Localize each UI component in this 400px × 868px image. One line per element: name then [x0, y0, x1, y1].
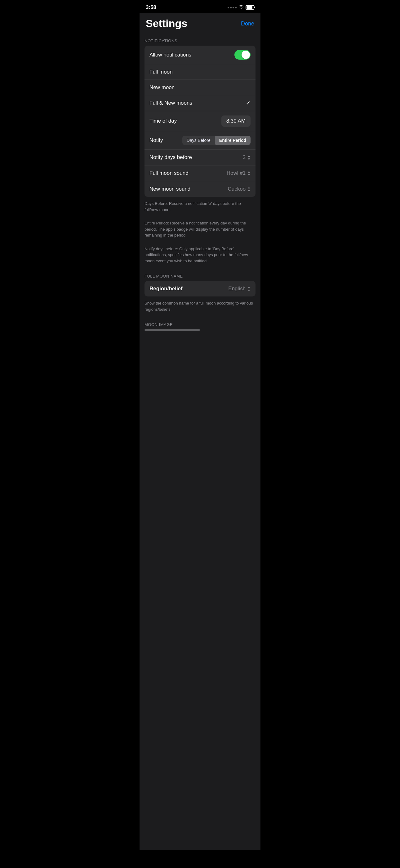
region-belief-selector[interactable]: English ▲ ▼ [228, 285, 251, 292]
new-moon-sound-value: Cuckoo [228, 186, 245, 192]
new-moon-row[interactable]: New moon [144, 80, 256, 95]
full-new-moons-row[interactable]: Full & New moons ✓ [144, 95, 256, 111]
new-moon-sound-label: New moon sound [149, 186, 190, 192]
stepper-arrows: ▲ ▼ [247, 154, 251, 161]
cuckoo-arrows: ▲ ▼ [247, 186, 251, 192]
region-belief-value: English [228, 286, 245, 292]
days-before-option[interactable]: Days Before [182, 136, 215, 145]
allow-notifications-row: Allow notifications [144, 45, 256, 64]
region-description: Show the common name for a full moon acc… [139, 297, 261, 316]
status-time: 3:58 [146, 4, 156, 10]
stepper-up-arrow: ▲ [247, 154, 251, 157]
full-moon-name-section-label: FULL MOON NAME [139, 268, 261, 281]
done-button[interactable]: Done [241, 21, 254, 27]
toggle-knob [241, 51, 250, 59]
full-moon-label: Full moon [149, 69, 173, 75]
full-moon-sound-selector[interactable]: Howl #1 ▲ ▼ [227, 170, 251, 177]
sound-down-arrow: ▼ [247, 173, 251, 177]
full-moon-name-group: Region/belief English ▲ ▼ [144, 281, 256, 297]
entire-period-option[interactable]: Entire Period [215, 136, 251, 145]
settings-content: Settings Done NOTIFICATIONS Allow notifi… [139, 13, 261, 850]
moon-image-section: MOON IMAGE [139, 316, 261, 331]
region-up-arrow: ▲ [247, 285, 251, 289]
entire-period-description: Entire Period: Receive a notification ev… [139, 216, 261, 242]
notify-days-stepper[interactable]: 2 ▲ ▼ [243, 154, 251, 161]
new-moon-sound-row[interactable]: New moon sound Cuckoo ▲ ▼ [144, 181, 256, 197]
moon-image-scroll-bar [144, 330, 200, 331]
notifications-section-label: NOTIFICATIONS [139, 32, 261, 45]
region-belief-row[interactable]: Region/belief English ▲ ▼ [144, 281, 256, 297]
full-moon-row[interactable]: Full moon [144, 64, 256, 80]
sound-up-arrow: ▲ [247, 170, 251, 173]
time-of-day-row: Time of day 8:30 AM [144, 111, 256, 131]
allow-notifications-label: Allow notifications [149, 52, 191, 58]
notify-days-before-label: Notify days before [149, 154, 192, 160]
allow-notifications-toggle[interactable] [234, 50, 251, 60]
days-before-description: Days Before: Receive a notification 'x' … [139, 197, 261, 216]
wifi-icon [238, 5, 244, 10]
nav-header: Settings Done [139, 13, 261, 32]
full-moon-sound-label: Full moon sound [149, 170, 189, 176]
notify-days-value: 2 [243, 154, 245, 160]
checkmark-icon: ✓ [246, 100, 251, 106]
full-moon-sound-row[interactable]: Full moon sound Howl #1 ▲ ▼ [144, 165, 256, 181]
region-belief-label: Region/belief [149, 286, 182, 292]
notify-days-before-row: Notify days before 2 ▲ ▼ [144, 150, 256, 165]
time-of-day-label: Time of day [149, 118, 177, 124]
notify-row: Notify Days Before Entire Period [144, 131, 256, 150]
status-icons [228, 5, 254, 10]
cuckoo-up-arrow: ▲ [247, 186, 251, 189]
cuckoo-down-arrow: ▼ [247, 189, 251, 192]
full-moon-sound-value: Howl #1 [227, 170, 245, 176]
time-of-day-button[interactable]: 8:30 AM [222, 116, 251, 127]
stepper-down-arrow: ▼ [247, 157, 251, 161]
signal-icon [228, 7, 237, 8]
full-new-moons-label: Full & New moons [149, 100, 192, 106]
status-bar: 3:58 [139, 0, 261, 13]
page-title: Settings [146, 18, 187, 29]
notify-segment-control: Days Before Entire Period [182, 136, 251, 145]
battery-icon [245, 5, 254, 10]
new-moon-label: New moon [149, 85, 174, 91]
new-moon-sound-selector[interactable]: Cuckoo ▲ ▼ [228, 186, 251, 192]
notify-days-description: Notify days before: Only applicable to '… [139, 242, 261, 268]
moon-image-label: MOON IMAGE [144, 322, 256, 327]
notifications-group: Allow notifications Full moon New moon F… [144, 45, 256, 197]
notify-label: Notify [149, 137, 163, 144]
region-arrows: ▲ ▼ [247, 285, 251, 292]
sound-arrows: ▲ ▼ [247, 170, 251, 177]
region-down-arrow: ▼ [247, 289, 251, 292]
